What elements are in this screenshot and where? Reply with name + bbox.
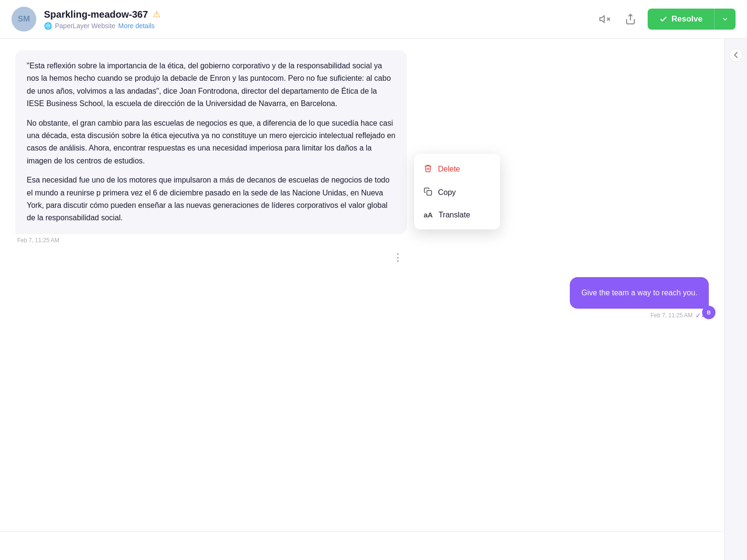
context-menu: Delete Copy aA [414, 154, 500, 229]
resolve-btn-main: Resolve [648, 9, 715, 30]
user-avatar-small: B [702, 306, 715, 319]
conversation-title: Sparkling-meadow-367 [44, 9, 148, 20]
header-subtitle: 🌐 PaperLayer Website More details [44, 22, 588, 30]
outgoing-timestamp: Feb 7, 11:25 AM [651, 312, 693, 319]
header-actions: Resolve [596, 9, 736, 30]
app-container: SM Sparkling-meadow-367 ⚠ 🌐 PaperLayer W… [0, 0, 747, 560]
website-label: PaperLayer Website [55, 22, 116, 30]
message-left-wrapper: "Esta reflexión sobre la importancia de … [15, 50, 407, 244]
more-options-button[interactable]: ⋮ [389, 249, 407, 266]
header: SM Sparkling-meadow-367 ⚠ 🌐 PaperLayer W… [0, 0, 747, 39]
delete-icon [424, 164, 432, 175]
resolve-button[interactable]: Resolve [648, 9, 736, 30]
globe-icon: 🌐 [44, 22, 52, 30]
context-menu-delete[interactable]: Delete [414, 158, 500, 181]
message-timestamp-right: Feb 7, 11:25 AM ✓✓ [651, 312, 709, 319]
message-paragraph-3: Esa necesidad fue uno de los motores que… [27, 174, 395, 225]
delete-label: Delete [438, 165, 460, 173]
context-menu-copy[interactable]: Copy [414, 181, 500, 205]
header-info: Sparkling-meadow-367 ⚠ 🌐 PaperLayer Webs… [44, 9, 588, 30]
message-bubble-right: Give the team a way to reach you. [570, 277, 709, 309]
svg-rect-4 [427, 190, 432, 195]
input-area [0, 531, 724, 560]
message-paragraph-2: No obstante, el gran cambio para las esc… [27, 117, 395, 168]
collapse-panel-button[interactable] [729, 48, 743, 62]
translate-label: Translate [438, 211, 470, 219]
warning-icon: ⚠ [153, 9, 160, 20]
message-bubble-left: "Esta reflexión sobre la importancia de … [15, 50, 407, 234]
copy-icon [424, 187, 432, 198]
context-menu-translate[interactable]: aA Translate [414, 205, 500, 226]
message-timestamp-left: Feb 7, 11:25 AM [15, 237, 407, 244]
outgoing-message-text: Give the team a way to reach you. [581, 289, 697, 297]
messages-container: "Esta reflexión sobre la importancia de … [0, 39, 724, 531]
message-right: Give the team a way to reach you. Feb 7,… [570, 277, 709, 319]
message-paragraph-1: "Esta reflexión sobre la importancia de … [27, 60, 395, 110]
right-panel [724, 39, 747, 560]
translate-icon: aA [424, 211, 433, 219]
share-button[interactable] [622, 11, 639, 28]
chat-area: "Esta reflexión sobre la importancia de … [0, 39, 724, 560]
resolve-chevron [715, 10, 736, 29]
header-title-row: Sparkling-meadow-367 ⚠ [44, 9, 588, 20]
content-area: "Esta reflexión sobre la importancia de … [0, 39, 747, 560]
svg-marker-0 [600, 16, 604, 22]
more-options-area: ⋮ [15, 248, 407, 266]
mute-button[interactable] [596, 11, 613, 28]
avatar: SM [11, 7, 36, 32]
copy-label: Copy [438, 188, 456, 197]
more-details-link[interactable]: More details [118, 22, 155, 30]
